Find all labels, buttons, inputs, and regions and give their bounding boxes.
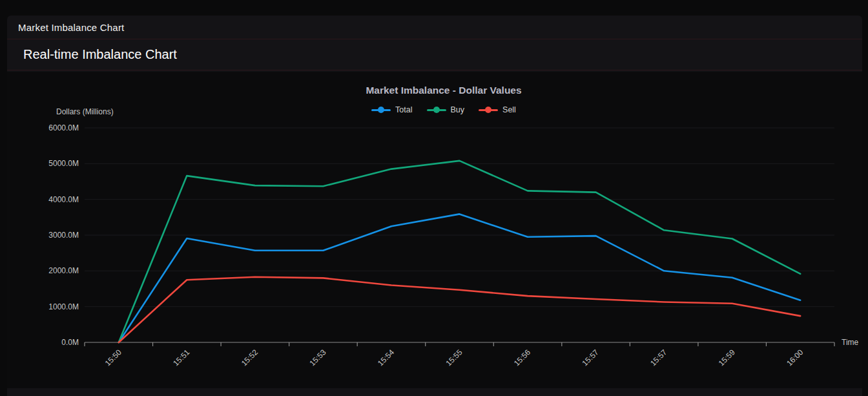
x-tick-label: 15:52: [240, 348, 260, 368]
page: Market Imbalance Chart Real-time Imbalan…: [0, 0, 868, 396]
x-tick-label: 15:53: [307, 348, 327, 368]
x-tick-label: 16:00: [785, 348, 805, 368]
x-tick-label: 15:56: [512, 348, 532, 368]
y-tick-label: 0.0M: [61, 338, 79, 347]
x-tick-label: 15:55: [444, 348, 464, 368]
x-tick-label: 15:51: [171, 348, 191, 368]
x-tick-label: 15:59: [717, 348, 737, 368]
y-tick-label: 4000.0M: [48, 195, 79, 204]
y-tick-label: 1000.0M: [48, 302, 79, 311]
y-tick-label: 5000.0M: [48, 159, 79, 168]
x-axis-title: Time: [842, 338, 859, 347]
x-tick-label: 15:57: [648, 348, 668, 368]
series-line-buy: [119, 161, 800, 342]
y-tick-label: 3000.0M: [48, 231, 79, 240]
y-tick-label: 6000.0M: [48, 123, 79, 132]
y-axis-title: Dollars (Millions): [56, 107, 114, 116]
series-line-sell: [119, 277, 800, 342]
x-tick-label: 15:54: [376, 348, 396, 368]
y-tick-label: 2000.0M: [48, 266, 79, 275]
x-tick-label: 15:50: [103, 348, 123, 368]
x-tick-label: 15:57: [581, 348, 601, 368]
chart-canvas[interactable]: 6000.0M5000.0M4000.0M3000.0M2000.0M1000.…: [0, 0, 868, 396]
